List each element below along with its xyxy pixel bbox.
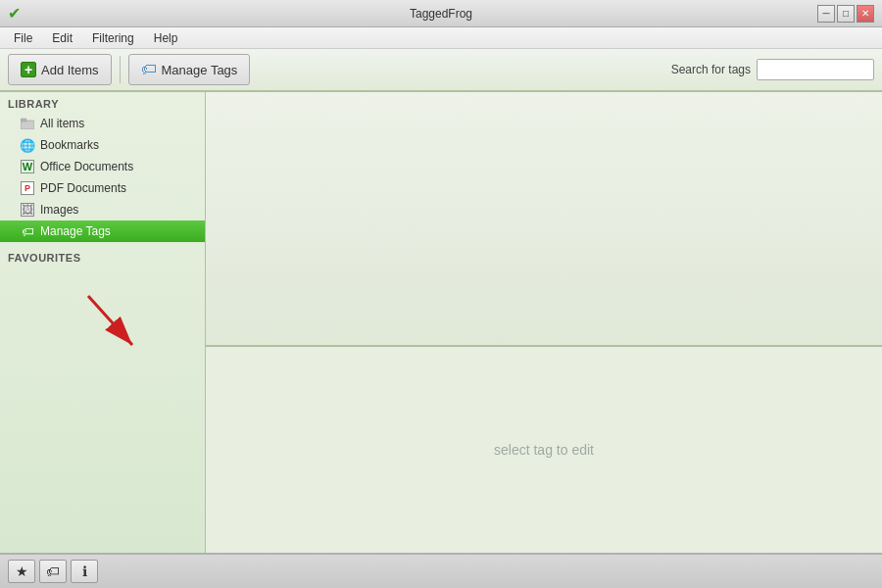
svg-rect-1	[21, 119, 26, 122]
add-items-label: Add Items	[41, 63, 99, 77]
minimize-button[interactable]: ─	[817, 5, 835, 23]
library-section-label: LIBRARY	[0, 92, 205, 113]
content-top-panel	[206, 92, 882, 347]
toolbar-separator	[120, 56, 121, 83]
add-items-icon: +	[21, 62, 36, 77]
sidebar-item-office-documents[interactable]: W Office Documents	[0, 156, 205, 177]
pdf-documents-label: PDF Documents	[40, 181, 126, 195]
close-button[interactable]: ✕	[857, 5, 874, 23]
tags-button[interactable]: 🏷	[39, 560, 67, 583]
toolbar: + Add Items 🏷 Manage Tags Search for tag…	[0, 49, 882, 92]
menu-edit[interactable]: Edit	[42, 29, 82, 47]
search-label: Search for tags	[671, 63, 751, 76]
svg-rect-0	[21, 121, 34, 129]
title-bar: ✔ TaggedFrog ─ □ ✕	[0, 0, 882, 27]
info-button[interactable]: ℹ	[71, 560, 98, 583]
sidebar-item-pdf-documents[interactable]: P PDF Documents	[0, 177, 205, 199]
manage-tags-icon: 🏷	[141, 61, 157, 78]
bookmark-icon: 🌐	[20, 137, 35, 153]
folder-icon	[20, 116, 35, 131]
favourites-section-label: FAVOURITES	[0, 246, 205, 267]
svg-line-3	[88, 296, 132, 345]
tag-icon: 🏷	[20, 223, 35, 239]
content-bottom-panel: select tag to edit	[206, 347, 882, 553]
menu-file[interactable]: File	[4, 29, 42, 47]
sidebar-item-images[interactable]: 🖼 Images	[0, 199, 205, 220]
bookmarks-label: Bookmarks	[40, 138, 99, 152]
maximize-button[interactable]: □	[837, 5, 855, 23]
pdf-icon: P	[20, 180, 35, 196]
window-title: TaggedFrog	[410, 7, 472, 21]
office-icon: W	[20, 159, 35, 174]
office-documents-label: Office Documents	[40, 160, 133, 173]
content-area: select tag to edit	[206, 92, 882, 553]
image-icon: 🖼	[20, 202, 35, 218]
app-icon: ✔	[8, 4, 21, 23]
sidebar-item-bookmarks[interactable]: 🌐 Bookmarks	[0, 134, 205, 156]
status-bar: ★ 🏷 ℹ	[0, 553, 882, 588]
manage-tags-label: Manage Tags	[162, 63, 238, 77]
main-layout: LIBRARY All items 🌐 Bookmarks W Office D…	[0, 92, 882, 553]
sidebar: LIBRARY All items 🌐 Bookmarks W Office D…	[0, 92, 206, 553]
search-area: Search for tags	[671, 59, 874, 80]
menu-filtering[interactable]: Filtering	[82, 29, 144, 47]
add-items-button[interactable]: + Add Items	[8, 54, 112, 85]
manage-tags-sidebar-label: Manage Tags	[40, 224, 111, 238]
sidebar-item-manage-tags[interactable]: 🏷 Manage Tags	[0, 220, 205, 242]
favourites-button[interactable]: ★	[8, 560, 35, 583]
all-items-label: All items	[40, 117, 84, 130]
sidebar-item-all-items[interactable]: All items	[0, 113, 205, 134]
arrow-indicator	[78, 286, 157, 368]
manage-tags-button[interactable]: 🏷 Manage Tags	[128, 54, 251, 85]
window-controls: ─ □ ✕	[817, 5, 874, 23]
search-input[interactable]	[757, 59, 874, 80]
images-label: Images	[40, 203, 78, 217]
menu-bar: File Edit Filtering Help	[0, 27, 882, 49]
select-tag-placeholder: select tag to edit	[494, 442, 594, 458]
menu-help[interactable]: Help	[144, 29, 188, 47]
